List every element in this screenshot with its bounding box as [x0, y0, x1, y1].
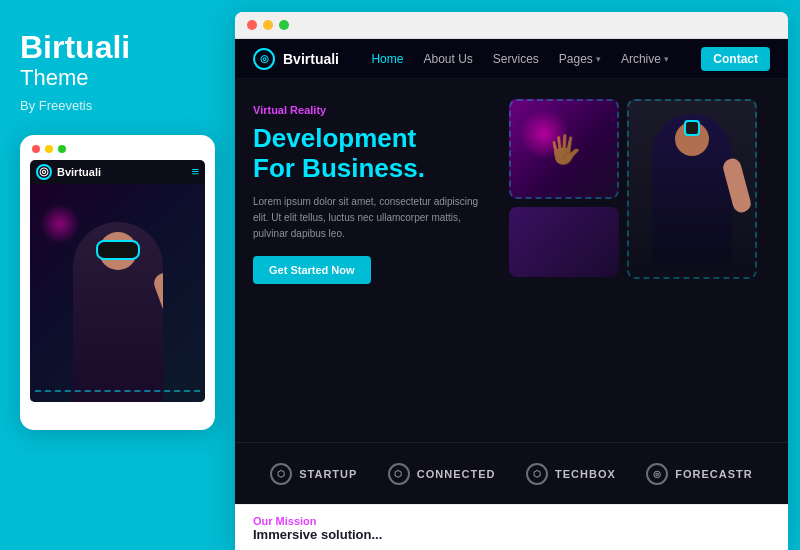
forecastr-icon: ◎	[646, 463, 668, 485]
nav-link-pages[interactable]: Pages ▾	[559, 52, 601, 66]
contact-button[interactable]: Contact	[701, 47, 770, 71]
hero-title-dot: .	[418, 153, 425, 183]
mobile-person-arm	[151, 270, 163, 333]
mobile-cyan-border	[35, 390, 200, 392]
mobile-person	[73, 222, 163, 402]
browser-chrome	[235, 12, 788, 39]
nav-link-home[interactable]: Home	[371, 52, 403, 66]
mobile-person-body	[73, 222, 163, 402]
mobile-nav: ◎ Bvirtuali ≡	[30, 160, 205, 184]
site-logo-icon: ◎	[253, 48, 275, 70]
hero-section: Virtual Reality Development For Business…	[235, 79, 788, 442]
hero-img-bg-2	[509, 207, 619, 277]
mobile-dot-yellow	[45, 145, 53, 153]
mobile-window-dots	[30, 145, 205, 153]
mobile-person-head	[99, 232, 137, 270]
mobile-logo-icon: ◎	[36, 164, 52, 180]
hero-text-block: Virtual Reality Development For Business…	[253, 99, 493, 432]
pages-arrow-icon: ▾	[596, 54, 601, 64]
mobile-vr-headset	[96, 240, 140, 260]
browser-dot-green	[279, 20, 289, 30]
mobile-hero-bg	[30, 184, 205, 402]
startup-icon: ⬡	[270, 463, 292, 485]
connected-icon: ⬡	[388, 463, 410, 485]
hero-vr-glasses	[684, 120, 700, 136]
hero-description: Lorem ipsum dolor sit amet, consectetur …	[253, 194, 493, 242]
website-content: ◎ Bvirtuali Home About Us Services Pages…	[235, 39, 788, 550]
site-logo: ◎ Bvirtuali	[253, 48, 339, 70]
archive-arrow-icon: ▾	[664, 54, 669, 64]
hero-subtitle: Virtual Reality	[253, 104, 493, 116]
hero-image-col-left: 🖐️	[509, 99, 619, 277]
mobile-hero-image	[30, 184, 205, 402]
nav-link-archive[interactable]: Archive ▾	[621, 52, 669, 66]
hero-title: Development For Business.	[253, 124, 493, 184]
partner-techbox: ⬡ TECHBOX	[526, 463, 616, 485]
mission-subtitle: Immersive solution...	[253, 527, 770, 542]
mobile-dot-red	[32, 145, 40, 153]
brand-title: Birtuali	[20, 30, 215, 65]
brand-sub: Theme	[20, 65, 215, 91]
hero-image-col-right	[627, 99, 757, 279]
partner-connected: ⬡ CONNECTED	[388, 463, 496, 485]
partners-row: ⬡ STARTUP ⬡ CONNECTED ⬡ TECHBOX ◎ foreca…	[235, 442, 788, 504]
by-line: By Freevetis	[20, 98, 215, 113]
mobile-preview-card: ◎ Bvirtuali ≡	[20, 135, 215, 430]
hero-img-gradient-2	[509, 207, 619, 277]
vr-hand-icon: 🖐️	[547, 133, 582, 166]
left-panel: Birtuali Theme By Freevetis ◎ Bvirtuali …	[0, 0, 235, 550]
nav-link-services[interactable]: Services	[493, 52, 539, 66]
mobile-dot-green	[58, 145, 66, 153]
nav-link-about[interactable]: About Us	[423, 52, 472, 66]
hero-person-container	[627, 99, 757, 279]
hero-cta-button[interactable]: Get Started Now	[253, 256, 371, 284]
mission-title: Our Mission	[253, 515, 770, 527]
hero-person-arm	[721, 157, 753, 215]
techbox-icon: ⬡	[526, 463, 548, 485]
browser-preview: ◎ Bvirtuali Home About Us Services Pages…	[235, 12, 788, 550]
browser-dot-yellow	[263, 20, 273, 30]
mission-section-peek: Our Mission Immersive solution...	[235, 504, 788, 550]
hero-img-bg-3	[627, 99, 757, 279]
hero-image-3	[627, 99, 757, 279]
hero-img-bg-1: 🖐️	[509, 99, 619, 199]
partner-forecastr: ◎ forecastr	[646, 463, 752, 485]
hero-person-body	[652, 114, 732, 264]
partner-startup: ⬡ STARTUP	[270, 463, 357, 485]
hero-image-2	[509, 207, 619, 277]
browser-dot-red	[247, 20, 257, 30]
hero-image-1: 🖐️	[509, 99, 619, 199]
hero-images: 🖐️	[509, 99, 757, 432]
mobile-nav-logo: ◎ Bvirtuali	[36, 164, 101, 180]
site-nav: ◎ Bvirtuali Home About Us Services Pages…	[235, 39, 788, 79]
nav-links: Home About Us Services Pages ▾ Archive ▾	[371, 52, 668, 66]
mobile-hamburger-icon: ≡	[191, 164, 199, 179]
